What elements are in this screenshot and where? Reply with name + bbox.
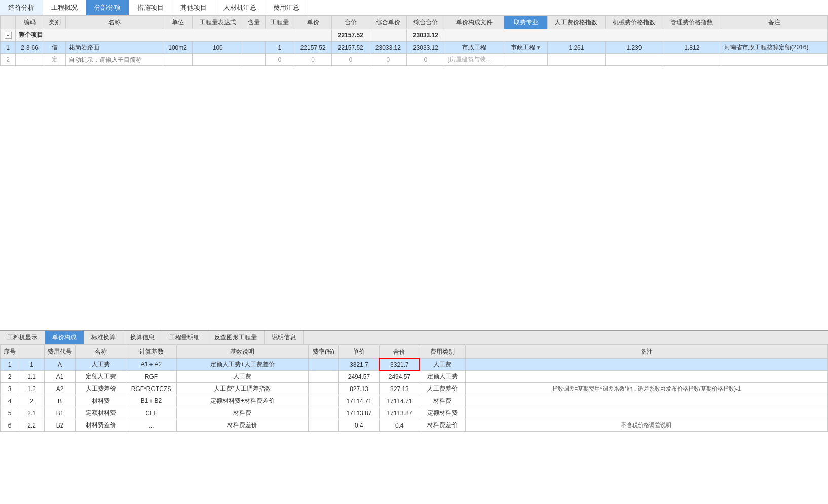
brow1-seq: 1 (1, 359, 19, 371)
input-qty (243, 54, 265, 66)
col-qty: 含量 (243, 16, 265, 29)
brow3-rate (308, 383, 338, 395)
brow1-code: A (45, 359, 76, 371)
brow6-hejia: 0.4 (379, 419, 420, 432)
input-zhhe: 0 (407, 54, 444, 66)
nav-rencaiji[interactable]: 人材机汇总 (215, 0, 265, 15)
brow3-calcbase: RGF*RGTCZS (126, 383, 177, 395)
row-qufei[interactable]: 市政工程 ▼ (504, 42, 548, 54)
group-zhhe: 23033.12 (407, 29, 444, 42)
input-hejia: 0 (332, 54, 369, 66)
input-type: 定 (44, 54, 66, 66)
qufei-value: 市政工程 (511, 43, 535, 52)
col-type: 类别 (44, 16, 66, 29)
row-zhdan: 23033.12 (369, 42, 407, 54)
brow1-calcbase: A1＋A2 (126, 359, 177, 371)
tab-danjia[interactable]: 单价构成 (45, 331, 84, 344)
tab-fancha[interactable]: 反查图形工程量 (207, 331, 265, 344)
bottom-panel: 工料机显示 单价构成 标准换算 换算信息 工程量明细 反查图形工程量 说明信息 … (0, 330, 828, 504)
brow4-danjia: 17114.71 (338, 395, 379, 407)
input-row[interactable]: 2 — 定 0 0 0 0 0 [房屋建筑与装… (1, 54, 828, 66)
tab-gongliaojishow[interactable]: 工料机显示 (0, 331, 45, 344)
brow1-remark (465, 359, 827, 371)
brow1-num: 1 (19, 359, 45, 371)
row-danjiafile: 市政工程 (444, 42, 504, 54)
brow5-hejia: 17113.87 (379, 407, 420, 419)
nav-fenbufenxiang[interactable]: 分部分项 (86, 0, 129, 15)
bcol-remark: 备注 (465, 345, 827, 359)
col-code: 编码 (16, 16, 44, 29)
brow6-basedesc: 材料费差价 (177, 419, 309, 432)
bcol-danjia: 单价 (338, 345, 379, 359)
brow2-seq: 2 (1, 371, 19, 383)
bottom-row-4[interactable]: 4 2 B 材料费 B1＋B2 定额材料费+材料费差价 17114.71 171… (1, 395, 828, 407)
brow4-feitype: 材料费 (420, 395, 465, 407)
col-name: 名称 (66, 16, 163, 29)
input-labor-idx (547, 54, 605, 66)
input-expr (193, 54, 243, 66)
bottom-row-5[interactable]: 5 2.1 B1 定额材料费 CLF 材料费 17113.87 17113.87… (1, 407, 828, 419)
group-collapse[interactable]: - (1, 29, 16, 42)
group-empty (444, 29, 828, 42)
top-nav: 造价分析 工程概况 分部分项 措施项目 其他项目 人材机汇总 费用汇总 (0, 0, 828, 16)
input-mgmt-idx (663, 54, 721, 66)
brow6-calcbase: ... (126, 419, 177, 432)
row-seq: 1 (1, 42, 16, 54)
input-name[interactable] (66, 54, 163, 66)
row-expr: 100 (193, 42, 243, 54)
brow6-code: B2 (45, 419, 76, 432)
nav-cuoshi[interactable]: 措施项目 (129, 0, 172, 15)
qufei-dropdown-arrow[interactable]: ▼ (536, 45, 541, 50)
input-name-field[interactable] (69, 56, 159, 63)
bottom-row-3[interactable]: 3 1.2 A2 人工费差价 RGF*RGTCZS 人工费*人工调差指数 827… (1, 383, 828, 395)
brow2-basedesc: 人工费 (177, 371, 309, 383)
brow5-rate (308, 407, 338, 419)
row-remark: 河南省市政工程核算定额(2016) (721, 42, 827, 54)
col-danjia: 单价 (294, 16, 332, 29)
brow1-feitype: 人工费 (420, 359, 465, 371)
brow6-num: 2.2 (19, 419, 45, 432)
input-danjiafile: [房屋建筑与装… (444, 54, 504, 66)
brow2-name: 定额人工费 (76, 371, 126, 383)
brow4-num: 2 (19, 395, 45, 407)
tab-gongchengmingxi[interactable]: 工程量明细 (162, 331, 207, 344)
row-zhhe: 23033.12 (407, 42, 444, 54)
col-danjiafile: 单价构成文件 (444, 16, 504, 29)
brow5-num: 2.1 (19, 407, 45, 419)
col-unit: 单位 (163, 16, 192, 29)
bottom-row-1[interactable]: 1 1 A 人工费 A1＋A2 定额人工费+人工费差价 3321.7 3321.… (1, 359, 828, 371)
brow4-seq: 4 (1, 395, 19, 407)
input-danjia: 0 (294, 54, 332, 66)
group-row: - 整个项目 22157.52 23033.12 (1, 29, 828, 42)
brow2-calcbase: RGF (126, 371, 177, 383)
bottom-table-container: 序号 费用代号 名称 计算基数 基数说明 费率(%) 单价 合价 费用类别 备注… (0, 345, 828, 497)
tab-biaozhun[interactable]: 标准换算 (84, 331, 123, 344)
row-mgmt-idx: 1.812 (663, 42, 721, 54)
bcol-hejia: 合价 (379, 345, 420, 359)
brow4-hejia: 17114.71 (379, 395, 420, 407)
table-row[interactable]: 1 2-3-66 借 花岗岩路面 100m2 100 1 22157.52 22… (1, 42, 828, 54)
bcol-code: 费用代号 (45, 345, 76, 359)
col-seq (1, 16, 16, 29)
nav-feiyong[interactable]: 费用汇总 (265, 0, 308, 15)
nav-zaojia[interactable]: 造价分析 (0, 0, 43, 15)
brow5-basedesc: 材料费 (177, 407, 309, 419)
row-type: 借 (44, 42, 66, 54)
brow4-remark (465, 395, 827, 407)
tab-huansuan[interactable]: 换算信息 (123, 331, 162, 344)
brow1-basedesc: 定额人工费+人工费差价 (177, 359, 309, 371)
input-remark (721, 54, 827, 66)
col-mach-idx: 机械费价格指数 (605, 16, 663, 29)
brow3-basedesc: 人工费*人工调差指数 (177, 383, 309, 395)
bottom-row-2[interactable]: 2 1.1 A1 定额人工费 RGF 人工费 2494.57 2494.57 定… (1, 371, 828, 383)
bcol-basedesc: 基数说明 (177, 345, 309, 359)
brow6-name: 材料费差价 (76, 419, 126, 432)
nav-gongcheng[interactable]: 工程概况 (43, 0, 86, 15)
bottom-row-6[interactable]: 6 2.2 B2 材料费差价 ... 材料费差价 0.4 0.4 材料费差价 不… (1, 419, 828, 432)
group-hejia: 22157.52 (332, 29, 369, 42)
bcol-rate: 费率(%) (308, 345, 338, 359)
tab-shuoming[interactable]: 说明信息 (265, 331, 304, 344)
nav-qita[interactable]: 其他项目 (172, 0, 215, 15)
brow5-code: B1 (45, 407, 76, 419)
col-amount: 工程量 (265, 16, 294, 29)
